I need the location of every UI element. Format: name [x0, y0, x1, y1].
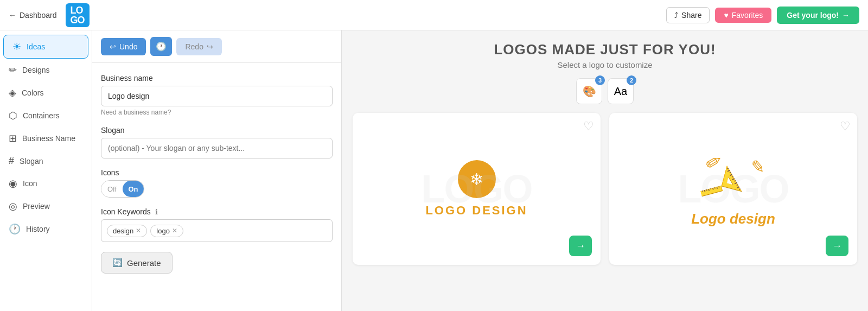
back-button[interactable]: ← Dashboard: [9, 11, 57, 20]
redo-icon: ↪: [207, 42, 213, 51]
logo-card-1: LOGO ♡ ❄ LOGO DESIGN →: [353, 113, 601, 265]
logo1-text: LOGO DESIGN: [425, 204, 527, 218]
undo-button[interactable]: ↩ Undo: [101, 38, 146, 55]
sidebar-label-icon: Icon: [23, 179, 37, 188]
keyword-remove-logo[interactable]: ✕: [172, 227, 177, 234]
sidebar-item-colors[interactable]: ◈ Colors: [0, 81, 92, 104]
sidebar-label-business-name: Business Name: [22, 134, 75, 143]
sidebar-label-designs: Designs: [22, 66, 50, 74]
keyword-label-design: design: [113, 227, 133, 235]
icons-toggle[interactable]: Off On: [101, 180, 333, 198]
undo-icon: ↩: [110, 42, 116, 51]
sidebar-item-containers[interactable]: ⬡ Containers: [0, 104, 92, 127]
logo2-icons: ✏ 📐 📏 ✏: [695, 151, 771, 211]
ideas-icon: ☀: [12, 41, 21, 53]
logo1-content: ❄ LOGO DESIGN: [425, 160, 527, 218]
info-icon: ℹ: [155, 208, 158, 216]
icon-keywords-section: Icon Keywords ℹ design ✕ logo ✕: [101, 207, 333, 242]
topnav-right: ⤴ Share ♥ Favorites Get your logo! →: [666, 7, 859, 24]
back-label: Dashboard: [20, 11, 57, 20]
sidebar-item-icon[interactable]: ◉ Icon: [0, 172, 92, 195]
business-name-field: Business name Need a business name?: [101, 74, 333, 116]
toggle-container[interactable]: Off On: [101, 180, 144, 198]
arrow-right-icon-2: →: [832, 240, 842, 252]
sidebar: ☀ Ideas ✏ Designs ◈ Colors ⬡ Containers …: [0, 30, 92, 311]
sidebar-item-ideas[interactable]: ☀ Ideas: [3, 35, 88, 59]
toolbar: ↩ Undo 🕐 Redo ↪: [92, 30, 341, 63]
font-filter-button[interactable]: Aa 2: [608, 78, 634, 104]
topnav-left: ← Dashboard LOGO: [9, 3, 90, 27]
sidebar-label-colors: Colors: [22, 88, 43, 97]
keyword-tag-logo: logo ✕: [150, 225, 183, 237]
logo-canvas: LOGOS MADE JUST FOR YOU! Select a logo t…: [342, 30, 868, 311]
sidebar-label-ideas: Ideas: [27, 42, 45, 51]
font-icon: Aa: [614, 85, 627, 98]
keyword-input[interactable]: [187, 227, 327, 235]
colors-icon: ◈: [9, 87, 16, 99]
sidebar-item-business-name[interactable]: ⊞ Business Name: [0, 127, 92, 150]
sidebar-label-containers: Containers: [23, 111, 60, 120]
clock-icon: 🕐: [156, 42, 167, 51]
heart-icon: ♥: [724, 11, 728, 20]
business-name-input[interactable]: [101, 86, 333, 106]
canvas-header: LOGOS MADE JUST FOR YOU! Select a logo t…: [494, 41, 716, 69]
color-swatch-icon: 🎨: [583, 85, 596, 98]
sidebar-item-designs[interactable]: ✏ Designs: [0, 59, 92, 81]
designs-icon: ✏: [9, 64, 17, 76]
sidebar-item-slogan[interactable]: # Slogan: [0, 150, 92, 172]
toggle-off-label: Off: [101, 181, 123, 197]
keyword-label-logo: logo: [156, 227, 170, 235]
keyword-tag-design: design ✕: [107, 225, 147, 237]
logo1-circle-icon: ❄: [458, 160, 496, 198]
keywords-input-area[interactable]: design ✕ logo ✕: [101, 219, 333, 242]
color-filter-button[interactable]: 🎨 3: [576, 78, 602, 104]
slogan-icon: #: [9, 155, 14, 167]
share-button[interactable]: ⤴ Share: [666, 7, 710, 23]
business-name-icon: ⊞: [9, 132, 17, 144]
history-icon: 🕐: [9, 223, 21, 235]
icons-toggle-section: Icons Off On: [101, 168, 333, 198]
slogan-input[interactable]: [101, 138, 333, 158]
generate-button[interactable]: 🔄 Generate: [101, 252, 173, 274]
sidebar-label-history: History: [26, 225, 50, 233]
select-logo1-button[interactable]: →: [569, 236, 592, 256]
app-logo: LOGO: [66, 3, 90, 27]
main-layout: ☀ Ideas ✏ Designs ◈ Colors ⬡ Containers …: [0, 30, 868, 311]
sidebar-label-preview: Preview: [23, 202, 50, 211]
sidebar-label-slogan: Slogan: [20, 157, 43, 166]
back-arrow-icon: ←: [9, 11, 16, 20]
toggle-on-label: On: [123, 181, 144, 197]
editor-panel: ↩ Undo 🕐 Redo ↪ Business name Need a bus…: [92, 30, 342, 311]
icon-keywords-label: Icon Keywords ℹ: [101, 207, 333, 216]
panel-body: Business name Need a business name? Slog…: [92, 63, 341, 284]
font-filter-badge: 2: [627, 75, 636, 85]
logo2-content: ✏ 📐 📏 ✏ Logo design: [691, 151, 775, 227]
favorite-logo1-button[interactable]: ♡: [583, 119, 594, 134]
favorites-button[interactable]: ♥ Favorites: [715, 8, 771, 23]
select-logo2-button[interactable]: →: [826, 236, 848, 256]
filter-bar: 🎨 3 Aa 2: [576, 78, 634, 104]
history-button[interactable]: 🕐: [150, 37, 172, 56]
redo-button[interactable]: Redo ↪: [176, 38, 221, 55]
slogan-field: Slogan: [101, 126, 333, 158]
business-name-label: Business name: [101, 74, 333, 82]
share-icon: ⤴: [674, 11, 678, 20]
generate-icon: 🔄: [112, 258, 123, 268]
arrow-right-icon: →: [576, 240, 585, 252]
sidebar-item-preview[interactable]: ◎ Preview: [0, 195, 92, 218]
preview-icon: ◎: [9, 200, 17, 212]
icon-icon: ◉: [9, 177, 17, 189]
containers-icon: ⬡: [9, 110, 17, 122]
business-name-hint[interactable]: Need a business name?: [101, 109, 333, 116]
color-filter-badge: 3: [595, 75, 605, 85]
canvas-title: LOGOS MADE JUST FOR YOU!: [494, 41, 716, 58]
logo2-text: Logo design: [691, 211, 775, 227]
arrow-right-icon: →: [842, 11, 850, 20]
get-logo-button[interactable]: Get your logo! →: [777, 7, 859, 24]
keyword-remove-design[interactable]: ✕: [136, 227, 141, 234]
canvas-subtitle: Select a logo to customize: [494, 60, 716, 69]
sidebar-item-history[interactable]: 🕐 History: [0, 218, 92, 240]
slogan-label: Slogan: [101, 126, 333, 135]
topnav: ← Dashboard LOGO ⤴ Share ♥ Favorites Get…: [0, 0, 868, 30]
favorite-logo2-button[interactable]: ♡: [840, 119, 851, 134]
